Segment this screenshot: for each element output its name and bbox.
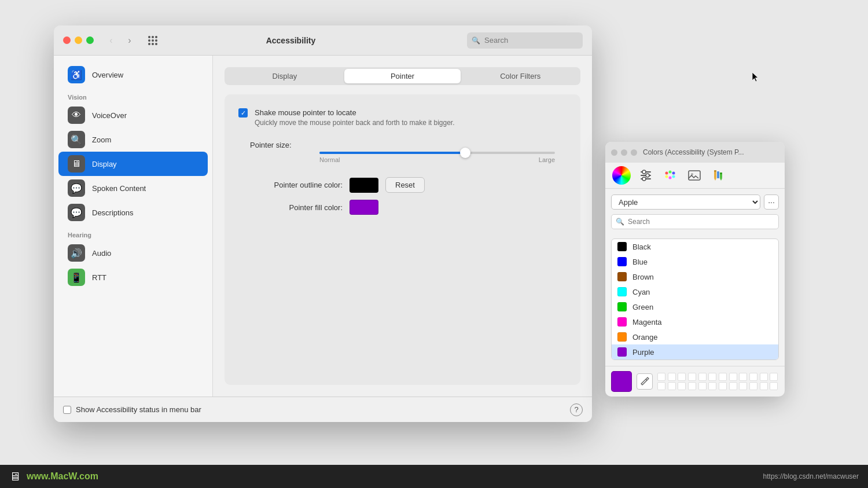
color-slot-12[interactable] [770,373,778,381]
slider-thumb[interactable] [460,148,470,158]
fill-color-swatch[interactable] [350,200,378,215]
colors-options-button[interactable]: ··· [764,195,779,210]
sidebar-item-audio[interactable]: 🔊 Audio [58,241,208,265]
color-slot-6[interactable] [708,373,716,381]
color-image-button[interactable] [684,167,705,184]
svg-rect-12 [689,171,700,180]
color-item-black[interactable]: Black [612,239,778,254]
sidebar-label-voiceover: VoiceOver [92,111,127,120]
outline-color-swatch[interactable] [350,178,378,193]
color-slot-19[interactable] [719,382,727,390]
color-slot-5[interactable] [698,373,707,381]
pointer-size-slider-track[interactable] [319,152,555,154]
color-slot-20[interactable] [729,382,737,390]
pointer-size-label: Pointer size: [250,141,292,149]
reset-button[interactable]: Reset [385,177,425,193]
color-slot-1[interactable] [657,373,665,381]
slider-label-large: Large [539,156,555,163]
color-name-brown: Brown [632,273,654,281]
color-slot-10[interactable] [749,373,757,381]
color-dot-purple [617,347,627,357]
color-item-green[interactable]: Green [612,299,778,314]
search-wrapper: 🔍 [467,32,583,49]
color-slot-11[interactable] [760,373,768,381]
color-slot-21[interactable] [739,382,747,390]
search-input[interactable] [467,32,583,49]
color-dot-cyan [617,287,627,296]
outline-color-row: Pointer outline color: Reset [250,177,555,193]
shake-checkbox[interactable]: ✓ [238,108,248,118]
close-button[interactable] [63,36,71,44]
tab-color-filters[interactable]: Color Filters [462,69,579,83]
back-button[interactable]: ‹ [103,32,119,49]
sidebar-label-audio: Audio [92,249,111,258]
sidebar-item-zoom[interactable]: 🔍 Zoom [58,127,208,152]
color-crayon-button[interactable] [708,167,729,184]
cursor [752,72,759,83]
color-slot-3[interactable] [678,373,686,381]
color-rows: Pointer outline color: Reset Pointer fil… [238,177,567,215]
color-item-cyan[interactable]: Cyan [612,284,778,299]
color-grid-slots [657,373,779,390]
color-item-blue[interactable]: Blue [612,254,778,269]
shake-row: ✓ Shake mouse pointer to locate Quickly … [238,108,567,127]
show-status-row: Show Accessibility status in menu bar [63,405,201,414]
color-slot-15[interactable] [678,382,686,390]
colors-close-button[interactable] [611,149,617,156]
colors-minimize-button[interactable] [621,149,627,156]
color-slot-13[interactable] [657,382,665,390]
main-panel: Display Pointer Color Filters ✓ Shake mo… [213,56,592,397]
sidebar-item-overview[interactable]: ♿ Overview [58,63,208,87]
color-wheel-button[interactable] [611,167,632,184]
svg-rect-17 [717,171,719,178]
selected-color-swatch[interactable] [611,371,632,392]
colors-maximize-button[interactable] [631,149,637,156]
show-status-checkbox[interactable] [63,406,71,414]
svg-point-3 [642,170,646,174]
color-slot-22[interactable] [749,382,757,390]
color-dot-black [617,242,627,251]
svg-point-7 [669,171,672,174]
color-slot-24[interactable] [770,382,778,390]
minimize-button[interactable] [75,36,82,44]
color-name-black: Black [632,243,651,251]
sidebar-item-rtt[interactable]: 📱 RTT [58,265,208,289]
color-item-orange[interactable]: Orange [612,329,778,344]
eyedropper-button[interactable] [637,373,653,390]
color-item-purple[interactable]: Purple [612,344,778,359]
sidebar-label-descriptions: Descriptions [92,208,134,217]
color-slot-4[interactable] [688,373,696,381]
sidebar-item-voiceover[interactable]: 👁 VoiceOver [58,103,208,127]
color-slot-17[interactable] [698,382,707,390]
tab-display[interactable]: Display [226,69,343,83]
colors-search-wrapper: 🔍 [611,214,779,234]
colors-search-input[interactable] [611,214,779,229]
sidebar-item-descriptions[interactable]: 💬 Descriptions [58,200,208,225]
svg-point-6 [665,172,668,175]
color-item-brown[interactable]: Brown [612,269,778,284]
colors-panel: Colors (Accessibility (System P... [605,142,785,397]
tab-bar: Display Pointer Color Filters [225,67,580,85]
vision-section-header: Vision [54,87,212,103]
color-slot-23[interactable] [760,382,768,390]
color-slot-8[interactable] [729,373,737,381]
color-slot-2[interactable] [668,373,676,381]
colors-content: Apple ··· 🔍 Black Blue Brown [605,189,785,366]
color-item-magenta[interactable]: Magenta [612,314,778,329]
sidebar-item-spoken-content[interactable]: 💬 Spoken Content [58,176,208,200]
color-sliders-button[interactable] [635,167,656,184]
sidebar-label-overview: Overview [92,71,123,79]
color-slot-9[interactable] [739,373,747,381]
help-button[interactable]: ? [570,403,583,416]
maximize-button[interactable] [86,36,94,44]
color-name-orange: Orange [632,333,657,342]
color-slot-16[interactable] [688,382,696,390]
color-slot-7[interactable] [719,373,727,381]
color-slot-14[interactable] [668,382,676,390]
sidebar-item-display[interactable]: 🖥 Display [58,152,208,176]
color-name-magenta: Magenta [632,318,662,326]
color-palette-button[interactable] [660,167,681,184]
tab-pointer[interactable]: Pointer [344,69,461,83]
apple-select-dropdown[interactable]: Apple [611,195,760,210]
color-slot-18[interactable] [708,382,716,390]
